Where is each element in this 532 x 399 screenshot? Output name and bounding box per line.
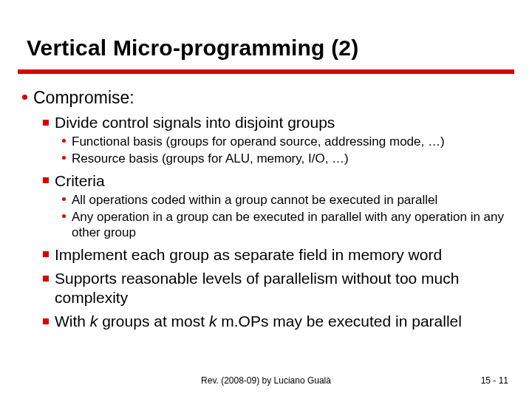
square-icon xyxy=(43,276,49,282)
bullet-text: Functional basis (groups for operand sou… xyxy=(72,134,510,149)
square-icon xyxy=(43,251,49,257)
bullet-text: Implement each group as separate field i… xyxy=(55,245,510,265)
bullet-text: Any operation in a group can be executed… xyxy=(72,209,510,241)
bullet-text: Compromise: xyxy=(33,87,510,109)
text-fragment: groups at most xyxy=(98,313,209,330)
bullet-l2: With k groups at most k m.OPs may be exe… xyxy=(43,312,510,331)
disc-icon xyxy=(62,214,66,218)
bullet-text: All operations coded within a group cann… xyxy=(72,192,510,208)
text-fragment: m.OPs may be executed in parallel xyxy=(216,313,462,330)
disc-icon xyxy=(62,139,66,143)
footer-center: Rev. (2008-09) by Luciano Gualà xyxy=(0,375,532,386)
disc-icon xyxy=(22,95,27,100)
square-icon xyxy=(43,318,49,324)
disc-icon xyxy=(62,197,66,201)
slide-title: Vertical Micro-programming (2) xyxy=(0,0,532,69)
bullet-l3: Functional basis (groups for operand sou… xyxy=(62,134,510,149)
bullet-l2: Implement each group as separate field i… xyxy=(43,245,510,265)
bullet-text: Divide control signals into disjoint gro… xyxy=(55,113,510,132)
footer-page-number: 15 - 11 xyxy=(481,375,508,386)
italic-k: k xyxy=(90,313,98,330)
bullet-l3: Any operation in a group can be executed… xyxy=(62,209,510,241)
square-icon xyxy=(43,120,49,126)
bullet-l3: All operations coded within a group cann… xyxy=(62,192,510,208)
slide: Vertical Micro-programming (2) Compromis… xyxy=(0,0,532,399)
bullet-text: With k groups at most k m.OPs may be exe… xyxy=(55,312,510,331)
bullet-text: Resource basis (groups for ALU, memory, … xyxy=(72,151,510,166)
bullet-l2: Criteria xyxy=(43,171,510,191)
bullet-l2: Supports reasonable levels of parallelis… xyxy=(43,269,510,308)
square-icon xyxy=(43,177,49,183)
disc-icon xyxy=(62,156,66,160)
bullet-l2: Divide control signals into disjoint gro… xyxy=(43,113,510,132)
slide-content: Compromise: Divide control signals into … xyxy=(0,74,532,332)
bullet-text: Supports reasonable levels of parallelis… xyxy=(55,269,510,308)
text-fragment: With xyxy=(55,313,90,330)
italic-k: k xyxy=(209,313,217,330)
bullet-l3: Resource basis (groups for ALU, memory, … xyxy=(62,151,510,166)
bullet-text: Criteria xyxy=(55,171,510,191)
bullet-l1: Compromise: xyxy=(22,87,510,109)
